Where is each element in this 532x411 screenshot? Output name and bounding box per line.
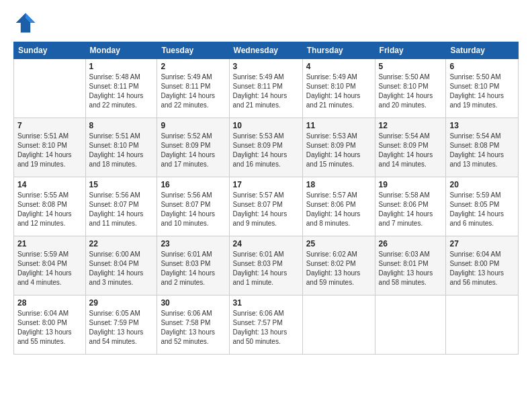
day-info: Sunrise: 5:59 AMSunset: 8:05 PMDaylight:… xyxy=(449,191,515,228)
day-number: 21 xyxy=(17,239,82,248)
day-info: Sunrise: 6:06 AMSunset: 7:57 PMDaylight:… xyxy=(233,309,299,347)
day-cell: 3Sunrise: 5:49 AMSunset: 8:11 PMDaylight… xyxy=(229,59,302,118)
day-info: Sunrise: 6:04 AMSunset: 8:00 PMDaylight:… xyxy=(17,309,82,347)
day-number: 15 xyxy=(89,180,154,189)
weekday-header-monday: Monday xyxy=(85,42,157,59)
day-cell: 31Sunrise: 6:06 AMSunset: 7:57 PMDayligh… xyxy=(229,295,302,355)
day-number: 11 xyxy=(306,121,371,130)
weekday-header-sunday: Sunday xyxy=(14,42,86,59)
weekday-header-row: SundayMondayTuesdayWednesdayThursdayFrid… xyxy=(14,42,519,59)
day-number: 27 xyxy=(449,239,515,248)
day-info: Sunrise: 6:00 AMSunset: 8:04 PMDaylight:… xyxy=(89,250,154,287)
day-cell xyxy=(14,59,86,118)
day-cell: 10Sunrise: 5:53 AMSunset: 8:09 PMDayligh… xyxy=(229,118,302,177)
day-cell: 20Sunrise: 5:59 AMSunset: 8:05 PMDayligh… xyxy=(446,177,519,236)
week-row-2: 7Sunrise: 5:51 AMSunset: 8:10 PMDaylight… xyxy=(14,118,519,177)
day-info: Sunrise: 5:53 AMSunset: 8:09 PMDaylight:… xyxy=(233,132,299,169)
day-cell: 22Sunrise: 6:00 AMSunset: 8:04 PMDayligh… xyxy=(85,236,157,295)
day-number: 18 xyxy=(306,180,371,189)
day-number: 5 xyxy=(379,62,443,71)
day-cell xyxy=(375,295,446,355)
day-cell: 15Sunrise: 5:56 AMSunset: 8:07 PMDayligh… xyxy=(85,177,157,236)
day-info: Sunrise: 5:51 AMSunset: 8:10 PMDaylight:… xyxy=(89,132,154,169)
day-cell: 16Sunrise: 5:56 AMSunset: 8:07 PMDayligh… xyxy=(157,177,229,236)
week-row-5: 28Sunrise: 6:04 AMSunset: 8:00 PMDayligh… xyxy=(14,295,519,355)
day-number: 19 xyxy=(379,180,443,189)
day-cell: 7Sunrise: 5:51 AMSunset: 8:10 PMDaylight… xyxy=(14,118,86,177)
day-cell: 30Sunrise: 6:06 AMSunset: 7:58 PMDayligh… xyxy=(157,295,229,355)
day-info: Sunrise: 5:56 AMSunset: 8:07 PMDaylight:… xyxy=(89,191,154,228)
day-number: 10 xyxy=(233,121,299,130)
day-number: 7 xyxy=(17,121,82,130)
day-info: Sunrise: 5:54 AMSunset: 8:08 PMDaylight:… xyxy=(449,132,515,169)
day-cell: 11Sunrise: 5:53 AMSunset: 8:09 PMDayligh… xyxy=(302,118,375,177)
day-number: 28 xyxy=(17,298,82,308)
day-number: 31 xyxy=(233,298,299,308)
day-cell: 23Sunrise: 6:01 AMSunset: 8:03 PMDayligh… xyxy=(157,236,229,295)
week-row-3: 14Sunrise: 5:55 AMSunset: 8:08 PMDayligh… xyxy=(14,177,519,236)
day-number: 23 xyxy=(161,239,225,248)
day-info: Sunrise: 5:57 AMSunset: 8:07 PMDaylight:… xyxy=(233,191,299,228)
day-cell: 24Sunrise: 6:01 AMSunset: 8:03 PMDayligh… xyxy=(229,236,302,295)
weekday-header-tuesday: Tuesday xyxy=(157,42,229,59)
day-number: 6 xyxy=(449,62,515,71)
day-cell: 13Sunrise: 5:54 AMSunset: 8:08 PMDayligh… xyxy=(446,118,519,177)
day-info: Sunrise: 5:51 AMSunset: 8:10 PMDaylight:… xyxy=(17,132,82,169)
day-cell: 14Sunrise: 5:55 AMSunset: 8:08 PMDayligh… xyxy=(14,177,86,236)
day-info: Sunrise: 5:54 AMSunset: 8:09 PMDaylight:… xyxy=(379,132,443,169)
day-number: 1 xyxy=(89,62,154,71)
day-number: 14 xyxy=(17,180,82,189)
day-cell: 9Sunrise: 5:52 AMSunset: 8:09 PMDaylight… xyxy=(157,118,229,177)
day-number: 9 xyxy=(161,121,225,130)
day-info: Sunrise: 5:59 AMSunset: 8:04 PMDaylight:… xyxy=(17,250,82,287)
weekday-header-thursday: Thursday xyxy=(302,42,375,59)
day-cell: 12Sunrise: 5:54 AMSunset: 8:09 PMDayligh… xyxy=(375,118,446,177)
day-info: Sunrise: 5:52 AMSunset: 8:09 PMDaylight:… xyxy=(161,132,225,169)
day-info: Sunrise: 6:03 AMSunset: 8:01 PMDaylight:… xyxy=(379,250,443,287)
day-cell: 27Sunrise: 6:04 AMSunset: 8:00 PMDayligh… xyxy=(446,236,519,295)
day-cell: 6Sunrise: 5:50 AMSunset: 8:10 PMDaylight… xyxy=(446,59,519,118)
day-info: Sunrise: 6:04 AMSunset: 8:00 PMDaylight:… xyxy=(449,250,515,287)
day-number: 13 xyxy=(449,121,515,130)
day-cell: 29Sunrise: 6:05 AMSunset: 7:59 PMDayligh… xyxy=(85,295,157,355)
day-number: 2 xyxy=(161,62,225,71)
day-number: 30 xyxy=(161,298,225,308)
day-number: 3 xyxy=(233,62,299,71)
day-cell: 18Sunrise: 5:57 AMSunset: 8:06 PMDayligh… xyxy=(302,177,375,236)
logo-icon xyxy=(13,11,38,35)
day-info: Sunrise: 6:05 AMSunset: 7:59 PMDaylight:… xyxy=(89,309,154,347)
day-info: Sunrise: 5:58 AMSunset: 8:06 PMDaylight:… xyxy=(379,191,443,228)
logo xyxy=(13,11,40,35)
day-number: 26 xyxy=(379,239,443,248)
weekday-header-saturday: Saturday xyxy=(446,42,519,59)
weekday-header-wednesday: Wednesday xyxy=(229,42,302,59)
day-number: 12 xyxy=(379,121,443,130)
day-number: 17 xyxy=(233,180,299,189)
calendar-page: SundayMondayTuesdayWednesdayThursdayFrid… xyxy=(0,0,532,361)
weekday-header-friday: Friday xyxy=(375,42,446,59)
day-cell: 19Sunrise: 5:58 AMSunset: 8:06 PMDayligh… xyxy=(375,177,446,236)
day-cell: 8Sunrise: 5:51 AMSunset: 8:10 PMDaylight… xyxy=(85,118,157,177)
day-info: Sunrise: 6:01 AMSunset: 8:03 PMDaylight:… xyxy=(161,250,225,287)
day-cell xyxy=(446,295,519,355)
day-info: Sunrise: 5:49 AMSunset: 8:11 PMDaylight:… xyxy=(161,73,225,110)
day-cell: 21Sunrise: 5:59 AMSunset: 8:04 PMDayligh… xyxy=(14,236,86,295)
day-cell: 5Sunrise: 5:50 AMSunset: 8:10 PMDaylight… xyxy=(375,59,446,118)
day-cell: 25Sunrise: 6:02 AMSunset: 8:02 PMDayligh… xyxy=(302,236,375,295)
header xyxy=(13,11,519,35)
day-info: Sunrise: 5:56 AMSunset: 8:07 PMDaylight:… xyxy=(161,191,225,228)
day-cell: 4Sunrise: 5:49 AMSunset: 8:10 PMDaylight… xyxy=(302,59,375,118)
day-number: 4 xyxy=(306,62,371,71)
day-info: Sunrise: 6:01 AMSunset: 8:03 PMDaylight:… xyxy=(233,250,299,287)
day-cell: 1Sunrise: 5:48 AMSunset: 8:11 PMDaylight… xyxy=(85,59,157,118)
day-number: 20 xyxy=(449,180,515,189)
week-row-4: 21Sunrise: 5:59 AMSunset: 8:04 PMDayligh… xyxy=(14,236,519,295)
day-number: 25 xyxy=(306,239,371,248)
day-cell: 17Sunrise: 5:57 AMSunset: 8:07 PMDayligh… xyxy=(229,177,302,236)
day-cell: 28Sunrise: 6:04 AMSunset: 8:00 PMDayligh… xyxy=(14,295,86,355)
day-number: 22 xyxy=(89,239,154,248)
day-info: Sunrise: 5:49 AMSunset: 8:10 PMDaylight:… xyxy=(306,73,371,110)
day-info: Sunrise: 5:48 AMSunset: 8:11 PMDaylight:… xyxy=(89,73,154,110)
day-info: Sunrise: 5:53 AMSunset: 8:09 PMDaylight:… xyxy=(306,132,371,169)
day-info: Sunrise: 5:49 AMSunset: 8:11 PMDaylight:… xyxy=(233,73,299,110)
